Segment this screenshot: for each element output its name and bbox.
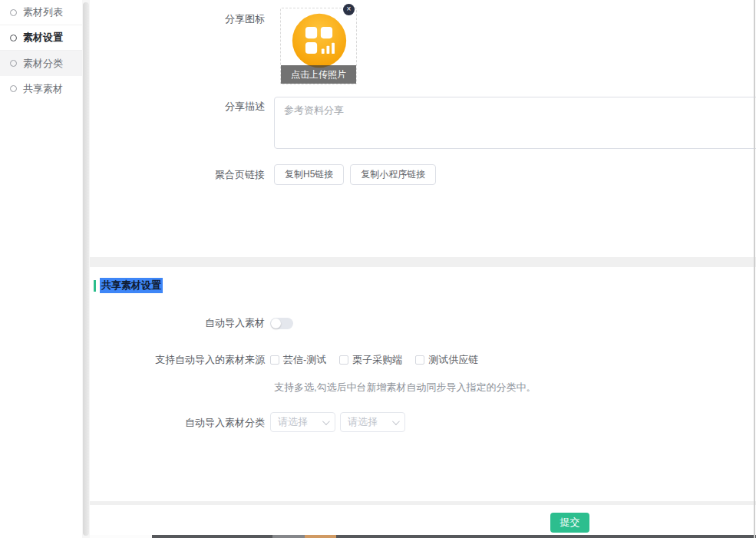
radio-circle-icon bbox=[10, 35, 17, 41]
share-description-label: 分享描述 bbox=[90, 100, 265, 114]
auto-import-label: 自动导入素材 bbox=[90, 316, 265, 330]
select-placeholder: 请选择 bbox=[348, 415, 378, 429]
select-placeholder: 请选择 bbox=[278, 415, 308, 429]
submit-button[interactable]: 提交 bbox=[550, 513, 589, 533]
radio-circle-icon bbox=[10, 85, 17, 92]
sidebar-item-label: 素材设置 bbox=[23, 31, 63, 45]
sidebar-item-shared-material[interactable]: 共享素材 bbox=[0, 76, 82, 101]
share-icon-label: 分享图标 bbox=[90, 12, 265, 26]
sidebar: 素材列表 素材设置 素材分类 共享素材 bbox=[0, 0, 82, 538]
share-description-input[interactable]: 参考资料分享 bbox=[274, 97, 756, 149]
bottom-bar-dark-segment bbox=[152, 535, 756, 538]
section-header: 共享素材设置 bbox=[94, 278, 163, 293]
checkbox-icon[interactable] bbox=[270, 355, 279, 365]
checkbox-icon[interactable] bbox=[415, 355, 424, 365]
source-checkbox-lizi-procurement[interactable]: 栗子采购端 bbox=[339, 353, 402, 367]
aggregate-page-link-label: 聚合页链接 bbox=[90, 168, 265, 182]
category-select-level1[interactable]: 请选择 bbox=[270, 412, 335, 432]
bottom-bar-light-segment bbox=[272, 535, 305, 538]
link-buttons-group: 复制H5链接 复制小程序链接 bbox=[274, 164, 436, 185]
category-selects-group: 请选择 请选择 bbox=[270, 412, 405, 432]
bottom-progress-bar bbox=[90, 535, 756, 538]
sidebar-item-material-list[interactable]: 素材列表 bbox=[0, 0, 82, 25]
remove-image-icon[interactable]: × bbox=[343, 4, 355, 15]
panel-divider bbox=[90, 257, 756, 267]
material-settings-page: 素材列表 素材设置 素材分类 共享素材 分享图标 × bbox=[0, 0, 756, 538]
sidebar-item-material-settings[interactable]: 素材设置 bbox=[0, 25, 82, 51]
auto-import-toggle[interactable] bbox=[270, 318, 293, 329]
import-sources-hint: 支持多选,勾选后中台新增素材自动同步导入指定的分类中。 bbox=[274, 381, 536, 394]
share-settings-panel: 分享图标 × 点击上传照片 分享描述 参考资料分享 bbox=[90, 0, 756, 257]
import-sources-group: 芸信-测试 栗子采购端 测试供应链 bbox=[270, 353, 491, 367]
checkbox-label: 栗子采购端 bbox=[352, 353, 402, 367]
source-checkbox-yunxin-test[interactable]: 芸信-测试 bbox=[270, 353, 326, 367]
vertical-scrollbar-track bbox=[82, 0, 90, 538]
category-select-level2[interactable]: 请选择 bbox=[340, 412, 405, 432]
footer-bar: 提交 bbox=[90, 505, 756, 535]
upload-overlay-hint: 点击上传照片 bbox=[281, 65, 356, 84]
section-title: 共享素材设置 bbox=[100, 278, 163, 293]
section-accent-bar bbox=[94, 280, 96, 292]
vertical-scrollbar-thumb[interactable] bbox=[83, 2, 89, 536]
source-checkbox-test-supply-chain[interactable]: 测试供应链 bbox=[415, 353, 478, 367]
sidebar-item-label: 素材分类 bbox=[23, 57, 63, 71]
checkbox-label: 芸信-测试 bbox=[283, 353, 326, 367]
copy-miniprogram-link-button[interactable]: 复制小程序链接 bbox=[350, 164, 436, 185]
sidebar-item-material-category[interactable]: 素材分类 bbox=[0, 51, 82, 76]
share-icon-uploader[interactable]: × 点击上传照片 bbox=[280, 8, 357, 84]
radio-circle-icon bbox=[10, 60, 17, 67]
sidebar-item-label: 共享素材 bbox=[23, 82, 63, 96]
bottom-bar-orange-segment bbox=[305, 535, 336, 538]
toggle-knob bbox=[271, 319, 281, 328]
window-right-edge bbox=[754, 0, 755, 538]
import-sources-label: 支持自动导入的素材来源 bbox=[90, 353, 265, 367]
radio-circle-icon bbox=[10, 9, 17, 16]
shared-material-settings-panel: 共享素材设置 自动导入素材 支持自动导入的素材来源 芸信-测试 栗子采购端 测试… bbox=[90, 267, 756, 501]
checkbox-label: 测试供应链 bbox=[428, 353, 478, 367]
copy-h5-link-button[interactable]: 复制H5链接 bbox=[274, 164, 344, 185]
sidebar-item-label: 素材列表 bbox=[23, 5, 63, 19]
chevron-down-icon bbox=[392, 418, 400, 425]
app-grid-chart-icon bbox=[290, 12, 348, 70]
checkbox-icon[interactable] bbox=[339, 355, 348, 365]
import-category-label: 自动导入素材分类 bbox=[90, 416, 265, 430]
chevron-down-icon bbox=[322, 418, 330, 425]
